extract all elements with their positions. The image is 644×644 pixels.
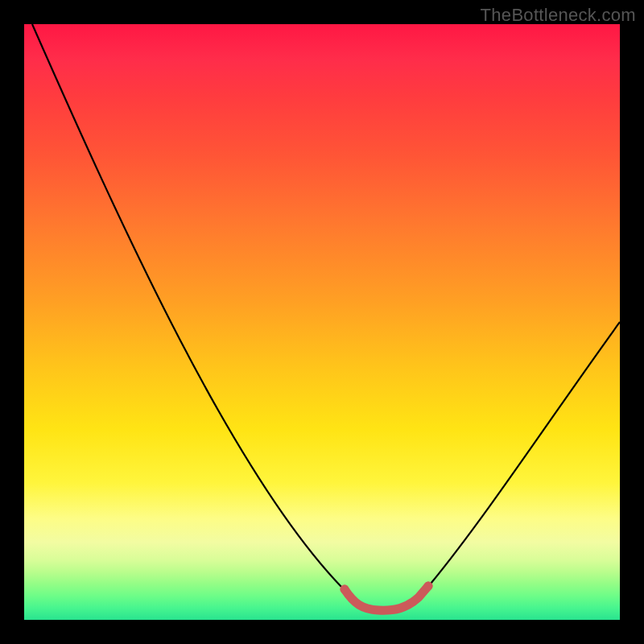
chart-frame: TheBottleneck.com	[0, 0, 644, 644]
main-curve	[32, 24, 620, 610]
curve-svg	[24, 24, 620, 620]
plot-area	[24, 24, 620, 620]
watermark-text: TheBottleneck.com	[481, 5, 636, 26]
highlight-end-dot-right	[424, 582, 433, 591]
highlight-end-dot-left	[341, 585, 349, 594]
bottom-highlight	[345, 586, 428, 610]
